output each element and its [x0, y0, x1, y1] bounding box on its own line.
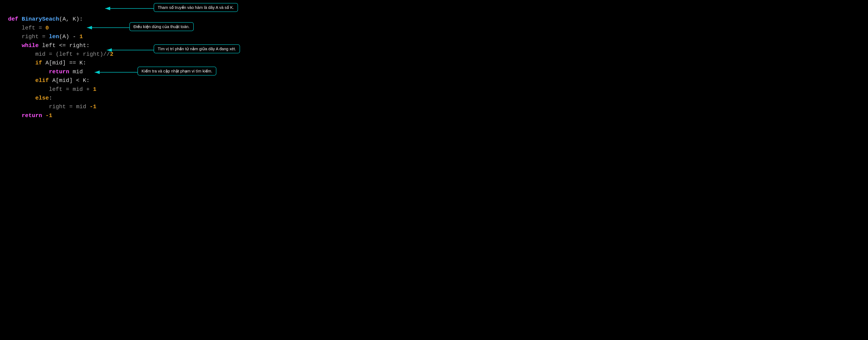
- line-1: def BinarySeach(A, K):: [8, 16, 83, 22]
- annotation-2: Điều kiện dừng của thuật toán.: [129, 22, 194, 31]
- line-12: return -1: [8, 112, 52, 119]
- line-9: left = mid + 1: [8, 86, 96, 93]
- line-6: if A[mid] == K:: [8, 60, 86, 66]
- line-8: elif A[mid] < K:: [8, 77, 90, 83]
- main-container: def BinarySeach(A, K): left = 0 right = …: [0, 0, 289, 135]
- line-4: while left <= right:: [8, 42, 90, 49]
- line-7: return mid: [8, 69, 83, 75]
- line-10: else:: [8, 95, 52, 101]
- line-11: right = mid -1: [8, 104, 96, 110]
- line-2: left = 0: [8, 25, 49, 31]
- line-3: right = len(A) - 1: [8, 34, 83, 40]
- line-5: mid = (left + right)//2: [8, 51, 114, 57]
- annotation-3: Tìm vị trí phần tử nằm giữa dãy A đang x…: [154, 44, 240, 53]
- annotation-4: Kiểm tra và cập nhật phạm vi tìm kiếm.: [137, 67, 216, 75]
- annotation-1: Tham số truyền vào hàm là dãy A và số K.: [154, 3, 238, 12]
